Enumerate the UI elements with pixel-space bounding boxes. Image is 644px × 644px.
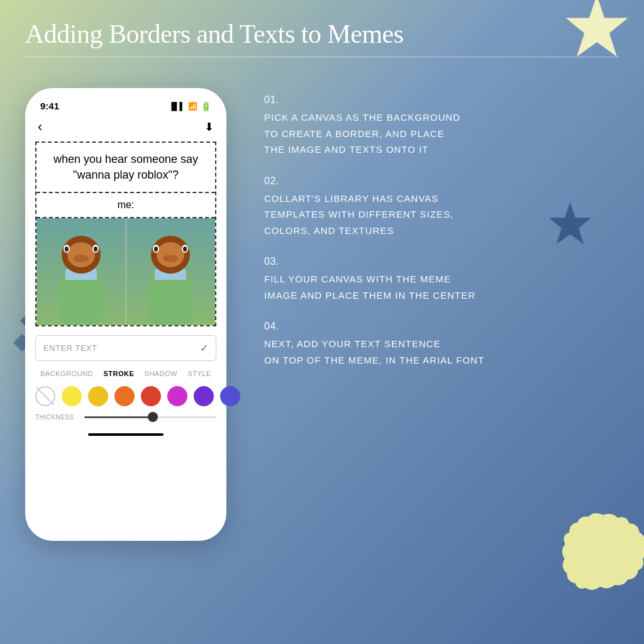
color-swatches	[25, 382, 226, 410]
status-icons: ▐▌▌ 📶 🔋	[169, 101, 211, 111]
color-swatch-none[interactable]	[35, 386, 55, 406]
step-2-text: COLLART'S LIBRARY HAS CANVASTEMPLATES WI…	[264, 191, 619, 239]
status-time: 9:41	[40, 101, 59, 111]
signal-icon: ▐▌▌	[169, 102, 185, 111]
home-indicator	[88, 433, 164, 436]
status-bar: 9:41 ▐▌▌ 📶 🔋	[25, 98, 226, 116]
color-swatch-yellow[interactable]	[88, 386, 108, 406]
step-3-text: FILL YOUR CANVAS WITH THE MEMEIMAGE AND …	[264, 271, 619, 303]
text-input-field[interactable]: ENTER TEXT ✓	[35, 335, 216, 361]
step-4: 04. NEXT, ADD YOUR TEXT SENTENCEON TOP O…	[264, 321, 619, 368]
color-swatch-blue-purple[interactable]	[220, 386, 240, 406]
nav-bar: ‹ ⬇	[25, 116, 226, 142]
color-swatch-orange[interactable]	[114, 386, 135, 406]
step-2-number: 02.	[264, 175, 619, 187]
meme-area: when you hear someone say"wanna play rob…	[35, 142, 216, 326]
check-icon[interactable]: ✓	[200, 342, 208, 354]
meme-image-right	[126, 218, 216, 325]
tab-stroke[interactable]: STROKE	[103, 370, 134, 377]
color-swatch-yellow-light[interactable]	[62, 386, 82, 406]
steps-section: 01. PICK A CANVAS AS THE BACKGROUNDTO CR…	[264, 88, 619, 619]
wifi-icon: 📶	[188, 102, 197, 111]
header-divider	[25, 57, 619, 57]
color-swatch-purple[interactable]	[194, 386, 214, 406]
battery-icon: 🔋	[201, 101, 211, 111]
tab-options: BACKGROUND STROKE SHADOW STYLE	[25, 365, 226, 382]
thickness-slider[interactable]	[84, 416, 216, 418]
meme-image-left	[36, 218, 126, 325]
text-input-placeholder: ENTER TEXT	[43, 343, 97, 353]
thickness-section: THICKNESS	[25, 410, 226, 427]
step-3-number: 03.	[264, 256, 619, 267]
meme-image-row	[36, 218, 215, 325]
step-4-text: NEXT, ADD YOUR TEXT SENTENCEON TOP OF TH…	[264, 336, 619, 368]
phone-mockup: 9:41 ▐▌▌ 📶 🔋 ‹ ⬇ when you hear someone s…	[25, 88, 226, 541]
tab-background[interactable]: BACKGROUND	[40, 370, 93, 377]
slider-thumb[interactable]	[148, 412, 158, 422]
tab-style[interactable]: STYLE	[187, 370, 211, 377]
tab-shadow[interactable]: SHADOW	[145, 370, 178, 377]
text-input-section: ENTER TEXT ✓	[25, 326, 226, 365]
step-1-number: 01.	[264, 94, 619, 106]
meme-text-middle: me:	[36, 193, 215, 218]
step-1-text: PICK A CANVAS AS THE BACKGROUNDTO CREATE…	[264, 109, 619, 158]
main-content: 9:41 ▐▌▌ 📶 🔋 ‹ ⬇ when you hear someone s…	[25, 88, 619, 619]
step-3: 03. FILL YOUR CANVAS WITH THE MEMEIMAGE …	[264, 256, 619, 303]
thickness-label: THICKNESS	[35, 414, 74, 421]
page-title: Adding Borders and Texts to Memes	[25, 19, 619, 49]
step-4-number: 04.	[264, 321, 619, 332]
download-button[interactable]: ⬇	[204, 120, 214, 134]
color-swatch-red-orange[interactable]	[141, 386, 161, 406]
back-button[interactable]: ‹	[38, 119, 42, 135]
meme-text-top: when you hear someone say"wanna play rob…	[36, 143, 215, 193]
header: Adding Borders and Texts to Memes	[25, 19, 619, 57]
step-1: 01. PICK A CANVAS AS THE BACKGROUNDTO CR…	[264, 94, 619, 158]
step-2: 02. COLLART'S LIBRARY HAS CANVASTEMPLATE…	[264, 175, 619, 239]
color-swatch-purple-pink[interactable]	[167, 386, 187, 406]
phone-container: 9:41 ▐▌▌ 📶 🔋 ‹ ⬇ when you hear someone s…	[25, 88, 239, 619]
slider-fill	[84, 416, 157, 418]
